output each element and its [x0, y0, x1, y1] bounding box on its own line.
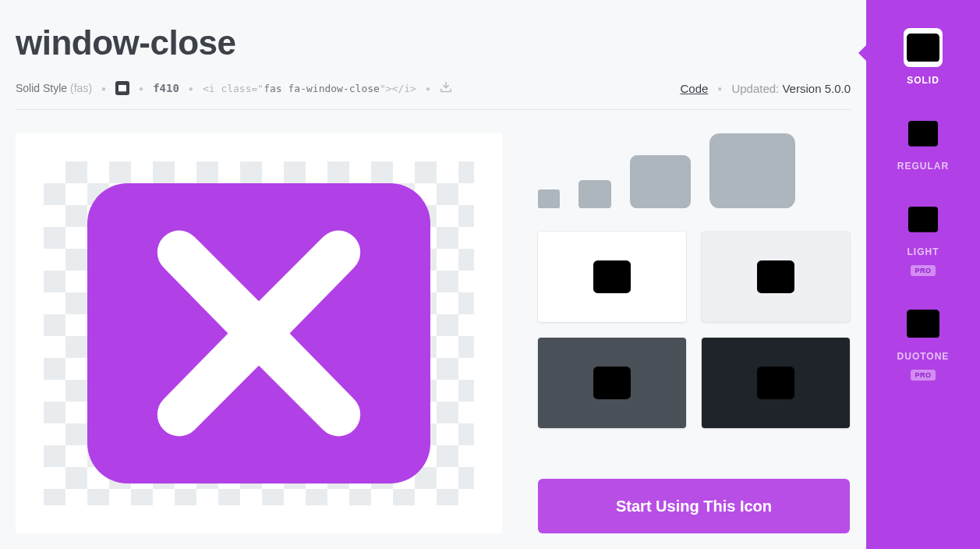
window-close-icon	[904, 28, 943, 67]
unicode-codepoint[interactable]: f410	[153, 82, 179, 94]
window-close-icon[interactable]	[538, 189, 560, 209]
style-label: LIGHT	[907, 246, 939, 257]
window-close-icon[interactable]	[709, 133, 795, 208]
color-swatch-white[interactable]	[538, 232, 686, 322]
separator: ●	[101, 84, 106, 93]
pro-badge: PRO	[911, 370, 935, 381]
pro-badge: PRO	[911, 265, 935, 276]
code-link[interactable]: Code	[680, 82, 708, 95]
color-swatch-dark[interactable]	[538, 338, 686, 428]
window-close-icon[interactable]	[630, 155, 691, 208]
download-icon[interactable]	[440, 82, 452, 95]
start-using-button[interactable]: Start Using This Icon	[538, 479, 850, 533]
style-sidebar: SOLID REGULAR LIGHT PRO DUOTONE PRO	[866, 0, 980, 549]
window-close-icon	[904, 114, 943, 153]
style-label: SOLID	[907, 75, 939, 86]
window-close-icon	[115, 81, 129, 95]
icon-preview	[16, 133, 502, 533]
window-close-icon	[87, 183, 430, 483]
style-option-solid[interactable]: SOLID	[904, 28, 943, 86]
style-option-light[interactable]: LIGHT PRO	[904, 200, 943, 276]
html-snippet[interactable]: <i class="fas fa-window-close"></i>	[203, 83, 416, 94]
style-label: REGULAR	[897, 161, 949, 172]
page-title: window-close	[16, 23, 851, 62]
window-close-icon	[904, 200, 943, 239]
separator: ●	[139, 84, 143, 93]
window-close-icon[interactable]	[578, 180, 611, 209]
separator: ●	[717, 84, 722, 93]
style-option-regular[interactable]: REGULAR	[897, 114, 949, 172]
updated-label: Updated: Version 5.0.0	[731, 82, 851, 95]
window-close-icon	[904, 304, 943, 343]
style-label: Solid Style (fas)	[16, 82, 92, 94]
separator: ●	[189, 84, 193, 93]
meta-row: Solid Style (fas) ● ● f410 ● <i class="f…	[16, 81, 851, 110]
style-option-duotone[interactable]: DUOTONE PRO	[897, 304, 950, 381]
separator: ●	[426, 84, 430, 93]
color-swatch-black[interactable]	[702, 338, 850, 428]
style-label: DUOTONE	[897, 351, 950, 362]
color-swatch-light[interactable]	[702, 232, 850, 322]
size-samples	[538, 133, 850, 208]
